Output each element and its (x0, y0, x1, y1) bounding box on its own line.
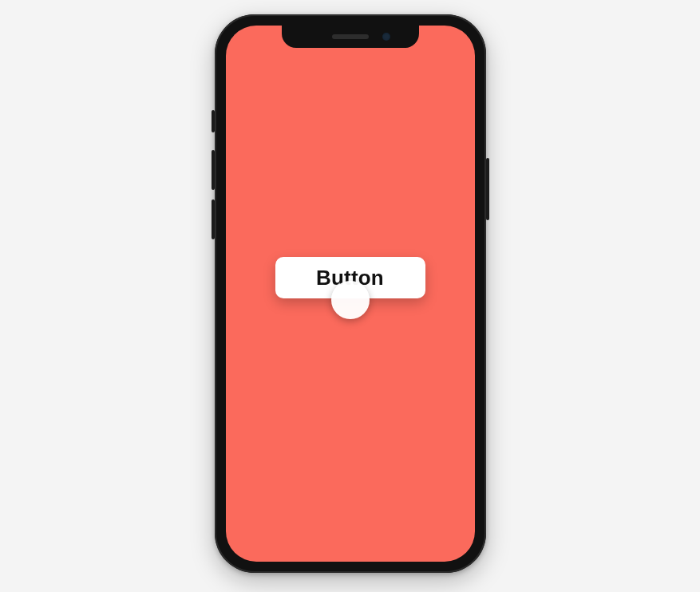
speaker-grille (332, 34, 369, 39)
volume-up-button (212, 150, 215, 190)
volume-down-button (212, 199, 215, 239)
primary-button[interactable]: Button (275, 257, 425, 298)
mockup-stage: Button (0, 0, 700, 592)
front-camera (382, 33, 390, 41)
power-button (486, 158, 489, 220)
phone-frame: Button (215, 14, 486, 573)
screen-content: Button (226, 26, 475, 562)
touch-indicator-icon (331, 281, 370, 319)
phone-notch (282, 26, 419, 48)
phone-screen: Button (226, 26, 475, 562)
mute-switch (212, 110, 215, 132)
